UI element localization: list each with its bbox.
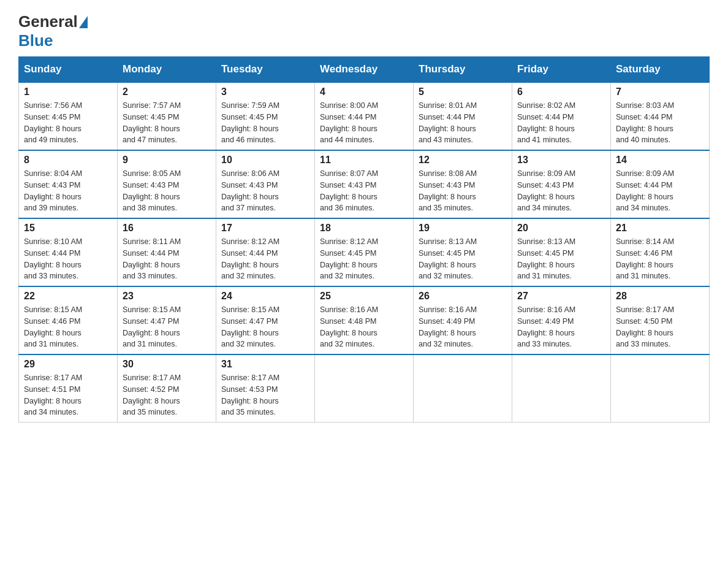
day-info: Sunrise: 8:13 AM Sunset: 4:45 PM Dayligh…	[517, 236, 605, 282]
day-number: 12	[419, 155, 507, 166]
day-info: Sunrise: 8:13 AM Sunset: 4:45 PM Dayligh…	[419, 236, 507, 282]
day-info: Sunrise: 8:16 AM Sunset: 4:49 PM Dayligh…	[419, 304, 507, 350]
day-number: 15	[24, 223, 112, 234]
calendar-cell: 10Sunrise: 8:06 AM Sunset: 4:43 PM Dayli…	[216, 150, 315, 218]
day-info: Sunrise: 8:17 AM Sunset: 4:53 PM Dayligh…	[221, 372, 309, 418]
logo-general-text: General	[18, 12, 78, 31]
calendar-cell: 4Sunrise: 8:00 AM Sunset: 4:44 PM Daylig…	[315, 82, 414, 150]
day-number: 29	[24, 359, 112, 370]
day-number: 8	[24, 155, 112, 166]
day-number: 27	[517, 291, 605, 302]
day-number: 22	[24, 291, 112, 302]
weekday-header-saturday: Saturday	[611, 57, 710, 83]
day-info: Sunrise: 7:56 AM Sunset: 4:45 PM Dayligh…	[24, 100, 112, 146]
calendar-cell: 18Sunrise: 8:12 AM Sunset: 4:45 PM Dayli…	[315, 218, 414, 286]
day-number: 11	[320, 155, 408, 166]
calendar-cell: 17Sunrise: 8:12 AM Sunset: 4:44 PM Dayli…	[216, 218, 315, 286]
day-info: Sunrise: 8:07 AM Sunset: 4:43 PM Dayligh…	[320, 168, 408, 214]
day-info: Sunrise: 8:09 AM Sunset: 4:43 PM Dayligh…	[517, 168, 605, 214]
day-info: Sunrise: 8:17 AM Sunset: 4:51 PM Dayligh…	[24, 372, 112, 418]
weekday-header-thursday: Thursday	[414, 57, 512, 83]
day-info: Sunrise: 7:59 AM Sunset: 4:45 PM Dayligh…	[221, 100, 309, 146]
calendar-cell	[611, 354, 710, 423]
calendar-cell: 15Sunrise: 8:10 AM Sunset: 4:44 PM Dayli…	[19, 218, 118, 286]
weekday-header-tuesday: Tuesday	[216, 57, 315, 83]
day-number: 6	[517, 86, 605, 98]
calendar-cell: 1Sunrise: 7:56 AM Sunset: 4:45 PM Daylig…	[19, 82, 118, 150]
day-info: Sunrise: 8:03 AM Sunset: 4:44 PM Dayligh…	[616, 100, 704, 146]
day-number: 7	[616, 86, 704, 98]
calendar-cell: 21Sunrise: 8:14 AM Sunset: 4:46 PM Dayli…	[611, 218, 710, 286]
weekday-header-wednesday: Wednesday	[315, 57, 414, 83]
weekday-header-friday: Friday	[512, 57, 611, 83]
day-number: 9	[123, 155, 211, 166]
day-info: Sunrise: 8:16 AM Sunset: 4:49 PM Dayligh…	[517, 304, 605, 350]
calendar-cell	[315, 354, 414, 423]
day-number: 16	[123, 223, 211, 234]
day-info: Sunrise: 8:09 AM Sunset: 4:44 PM Dayligh…	[616, 168, 704, 214]
calendar-cell: 6Sunrise: 8:02 AM Sunset: 4:44 PM Daylig…	[512, 82, 611, 150]
calendar-cell: 30Sunrise: 8:17 AM Sunset: 4:52 PM Dayli…	[118, 354, 216, 423]
calendar-cell: 25Sunrise: 8:16 AM Sunset: 4:48 PM Dayli…	[315, 286, 414, 354]
calendar-week-row: 8Sunrise: 8:04 AM Sunset: 4:43 PM Daylig…	[19, 150, 710, 218]
day-info: Sunrise: 8:12 AM Sunset: 4:45 PM Dayligh…	[320, 236, 408, 282]
day-number: 30	[123, 359, 211, 370]
weekday-header-sunday: Sunday	[19, 57, 118, 83]
day-number: 4	[320, 86, 408, 98]
day-info: Sunrise: 8:06 AM Sunset: 4:43 PM Dayligh…	[221, 168, 309, 214]
calendar-week-row: 22Sunrise: 8:15 AM Sunset: 4:46 PM Dayli…	[19, 286, 710, 354]
day-number: 24	[221, 291, 309, 302]
day-number: 10	[221, 155, 309, 166]
day-number: 18	[320, 223, 408, 234]
day-number: 19	[419, 223, 507, 234]
day-number: 21	[616, 223, 704, 234]
logo-triangle-icon	[79, 16, 88, 28]
page-header: General Blue	[18, 12, 710, 50]
day-info: Sunrise: 8:14 AM Sunset: 4:46 PM Dayligh…	[616, 236, 704, 282]
calendar-week-row: 29Sunrise: 8:17 AM Sunset: 4:51 PM Dayli…	[19, 354, 710, 423]
day-info: Sunrise: 8:12 AM Sunset: 4:44 PM Dayligh…	[221, 236, 309, 282]
weekday-header-monday: Monday	[118, 57, 216, 83]
calendar-cell: 13Sunrise: 8:09 AM Sunset: 4:43 PM Dayli…	[512, 150, 611, 218]
calendar-cell: 5Sunrise: 8:01 AM Sunset: 4:44 PM Daylig…	[414, 82, 512, 150]
day-info: Sunrise: 8:16 AM Sunset: 4:48 PM Dayligh…	[320, 304, 408, 350]
calendar-cell: 26Sunrise: 8:16 AM Sunset: 4:49 PM Dayli…	[414, 286, 512, 354]
day-number: 2	[123, 86, 211, 98]
calendar-table: SundayMondayTuesdayWednesdayThursdayFrid…	[18, 56, 710, 423]
day-info: Sunrise: 8:04 AM Sunset: 4:43 PM Dayligh…	[24, 168, 112, 214]
day-number: 23	[123, 291, 211, 302]
calendar-cell: 23Sunrise: 8:15 AM Sunset: 4:47 PM Dayli…	[118, 286, 216, 354]
day-info: Sunrise: 8:17 AM Sunset: 4:52 PM Dayligh…	[123, 372, 211, 418]
day-number: 5	[419, 86, 507, 98]
calendar-cell: 3Sunrise: 7:59 AM Sunset: 4:45 PM Daylig…	[216, 82, 315, 150]
day-info: Sunrise: 8:11 AM Sunset: 4:44 PM Dayligh…	[123, 236, 211, 282]
calendar-cell	[414, 354, 512, 423]
calendar-week-row: 1Sunrise: 7:56 AM Sunset: 4:45 PM Daylig…	[19, 82, 710, 150]
calendar-cell: 29Sunrise: 8:17 AM Sunset: 4:51 PM Dayli…	[19, 354, 118, 423]
day-info: Sunrise: 8:01 AM Sunset: 4:44 PM Dayligh…	[419, 100, 507, 146]
day-number: 26	[419, 291, 507, 302]
calendar-cell: 9Sunrise: 8:05 AM Sunset: 4:43 PM Daylig…	[118, 150, 216, 218]
day-number: 28	[616, 291, 704, 302]
logo: General Blue	[18, 12, 89, 50]
calendar-cell: 22Sunrise: 8:15 AM Sunset: 4:46 PM Dayli…	[19, 286, 118, 354]
day-number: 17	[221, 223, 309, 234]
calendar-cell: 27Sunrise: 8:16 AM Sunset: 4:49 PM Dayli…	[512, 286, 611, 354]
day-number: 3	[221, 86, 309, 98]
calendar-cell: 12Sunrise: 8:08 AM Sunset: 4:43 PM Dayli…	[414, 150, 512, 218]
day-number: 31	[221, 359, 309, 370]
day-info: Sunrise: 8:17 AM Sunset: 4:50 PM Dayligh…	[616, 304, 704, 350]
day-info: Sunrise: 8:10 AM Sunset: 4:44 PM Dayligh…	[24, 236, 112, 282]
calendar-cell: 16Sunrise: 8:11 AM Sunset: 4:44 PM Dayli…	[118, 218, 216, 286]
day-info: Sunrise: 8:15 AM Sunset: 4:46 PM Dayligh…	[24, 304, 112, 350]
day-number: 13	[517, 155, 605, 166]
day-number: 1	[24, 86, 112, 98]
day-number: 14	[616, 155, 704, 166]
calendar-cell: 31Sunrise: 8:17 AM Sunset: 4:53 PM Dayli…	[216, 354, 315, 423]
calendar-week-row: 15Sunrise: 8:10 AM Sunset: 4:44 PM Dayli…	[19, 218, 710, 286]
day-info: Sunrise: 7:57 AM Sunset: 4:45 PM Dayligh…	[123, 100, 211, 146]
day-number: 25	[320, 291, 408, 302]
calendar-cell: 8Sunrise: 8:04 AM Sunset: 4:43 PM Daylig…	[19, 150, 118, 218]
calendar-cell: 19Sunrise: 8:13 AM Sunset: 4:45 PM Dayli…	[414, 218, 512, 286]
day-info: Sunrise: 8:02 AM Sunset: 4:44 PM Dayligh…	[517, 100, 605, 146]
